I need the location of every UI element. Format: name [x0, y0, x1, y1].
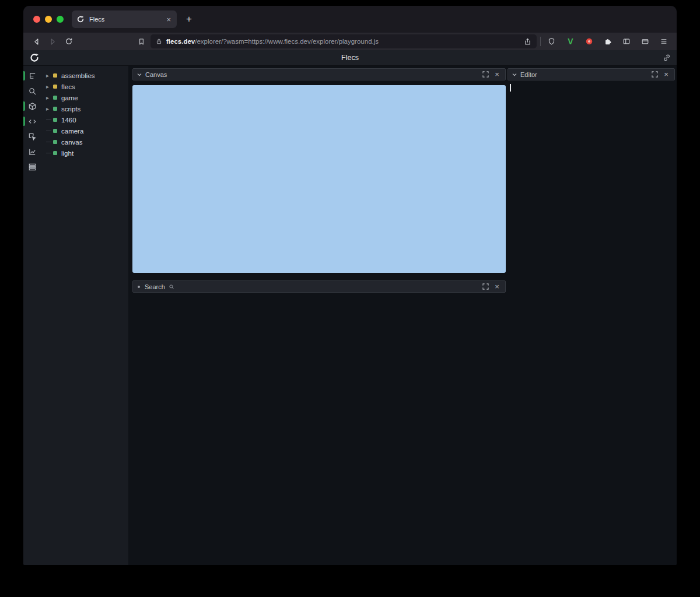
tree-item-light[interactable]: light — [41, 148, 128, 159]
browser-window: Flecs × + flecs.dev/explorer/?wasm=https… — [23, 6, 677, 565]
tree-guide-line — [46, 142, 53, 142]
expand-chevron-icon[interactable]: ▸ — [46, 95, 53, 101]
back-button[interactable] — [29, 35, 43, 48]
page-title: Flecs — [23, 54, 677, 62]
tree-item-assemblies[interactable]: ▸assemblies — [41, 70, 128, 81]
tree-item-label: 1460 — [61, 117, 76, 124]
menu-icon[interactable] — [657, 35, 671, 48]
tab-title: Flecs — [89, 16, 165, 23]
entity-tree: ▸assemblies▸flecs▸game▸scripts1460camera… — [41, 66, 128, 565]
flecs-logo — [29, 52, 40, 63]
tree-item-camera[interactable]: camera — [41, 125, 128, 136]
bookmarks-icon[interactable] — [134, 35, 148, 48]
entity-dot-icon — [53, 140, 57, 144]
tree-item-label: assemblies — [61, 72, 95, 79]
expand-icon[interactable] — [481, 71, 489, 79]
main-column: Canvas × Search — [128, 66, 508, 565]
card-icon[interactable] — [638, 35, 652, 48]
app-content: ▸assemblies▸flecs▸game▸scripts1460camera… — [23, 66, 677, 565]
navigation-bar: flecs.dev/explorer/?wasm=https://www.fle… — [23, 33, 677, 50]
tree-item-label: scripts — [61, 106, 80, 113]
sidebar-toggle-icon[interactable] — [620, 35, 634, 48]
tree-item-game[interactable]: ▸game — [41, 92, 128, 103]
new-tab-button[interactable]: + — [181, 12, 197, 27]
rail-inspect-button[interactable] — [23, 129, 41, 144]
url-text: flecs.dev/explorer/?wasm=https://www.fle… — [166, 38, 519, 45]
entity-dot-icon — [53, 73, 57, 78]
canvas-panel: Canvas × — [132, 68, 506, 273]
tree-item-scripts[interactable]: ▸scripts — [41, 103, 128, 114]
tab-bar: Flecs × + — [23, 6, 677, 33]
toolbar-divider — [540, 37, 541, 46]
tree-item-1460[interactable]: 1460 — [41, 114, 128, 125]
red-circle-extension-icon[interactable] — [582, 35, 596, 48]
shield-icon[interactable] — [544, 35, 558, 48]
url-bar[interactable]: flecs.dev/explorer/?wasm=https://www.fle… — [150, 34, 537, 48]
rail-tables-button[interactable] — [23, 159, 41, 174]
expand-chevron-icon[interactable]: ▸ — [46, 73, 53, 79]
rail-stats-button[interactable] — [23, 144, 41, 159]
close-icon[interactable]: × — [493, 71, 501, 79]
reload-button[interactable] — [62, 35, 76, 48]
canvas-panel-title: Canvas — [145, 71, 167, 78]
forward-button[interactable] — [46, 35, 60, 48]
tree-item-label: light — [61, 150, 74, 157]
editor-panel: Editor × — [508, 66, 677, 565]
flecs-explorer-app: Flecs ▸assemblies▸flecs▸game▸scripts1460… — [23, 50, 677, 565]
minimize-window-button[interactable] — [45, 16, 52, 23]
lock-icon — [156, 38, 162, 45]
canvas-panel-header: Canvas × — [132, 68, 506, 80]
zoom-window-button[interactable] — [57, 16, 64, 23]
entity-dot-icon — [53, 129, 57, 133]
extensions-puzzle-icon[interactable] — [601, 35, 615, 48]
entity-dot-icon — [53, 107, 57, 111]
bullet-icon[interactable] — [138, 286, 140, 288]
tree-guide-line — [46, 153, 53, 153]
chevron-down-icon[interactable] — [512, 72, 517, 77]
expand-chevron-icon[interactable]: ▸ — [46, 106, 53, 112]
rail-search-button[interactable] — [23, 83, 41, 99]
entity-dot-icon — [53, 151, 57, 155]
tree-item-label: canvas — [61, 139, 82, 146]
search-panel-title: Search — [145, 283, 165, 290]
share-icon[interactable] — [523, 37, 531, 45]
tab-close-icon[interactable]: × — [165, 15, 172, 24]
expand-chevron-icon[interactable]: ▸ — [46, 84, 53, 90]
entity-dot-icon — [53, 118, 57, 122]
rail-entities-button[interactable] — [23, 99, 41, 114]
entity-dot-icon — [53, 96, 57, 100]
expand-icon[interactable] — [650, 71, 659, 79]
close-window-button[interactable] — [33, 16, 40, 23]
icon-rail — [23, 66, 41, 565]
chevron-down-icon[interactable] — [137, 72, 142, 77]
tree-item-label: flecs — [61, 83, 75, 90]
traffic-lights — [33, 16, 64, 23]
extension-cluster: V — [564, 35, 671, 48]
link-icon[interactable] — [663, 54, 671, 62]
tree-guide-line — [46, 131, 53, 131]
tree-item-label: camera — [61, 128, 83, 135]
search-icon — [167, 283, 176, 291]
text-caret — [510, 84, 511, 92]
app-header: Flecs — [23, 50, 677, 66]
editor-panel-title: Editor — [520, 71, 537, 78]
flecs-favicon — [76, 15, 85, 24]
expand-icon[interactable] — [481, 283, 489, 291]
editor-panel-header: Editor × — [508, 68, 675, 80]
canvas-surface[interactable] — [132, 85, 506, 273]
tree-guide-line — [46, 120, 53, 120]
rail-code-button[interactable] — [23, 114, 41, 129]
close-icon[interactable]: × — [662, 71, 670, 79]
browser-tab[interactable]: Flecs × — [72, 10, 177, 28]
tree-item-flecs[interactable]: ▸flecs — [41, 81, 128, 92]
search-panel-header: Search × — [132, 280, 506, 293]
tree-item-label: game — [61, 94, 78, 101]
tree-item-canvas[interactable]: canvas — [41, 136, 128, 148]
editor-text-area[interactable] — [508, 80, 675, 565]
search-panel: Search × — [132, 280, 506, 293]
v-extension-icon[interactable]: V — [564, 35, 578, 48]
entity-dot-icon — [53, 85, 57, 89]
rail-tree-button[interactable] — [23, 68, 41, 83]
close-icon[interactable]: × — [493, 283, 501, 291]
